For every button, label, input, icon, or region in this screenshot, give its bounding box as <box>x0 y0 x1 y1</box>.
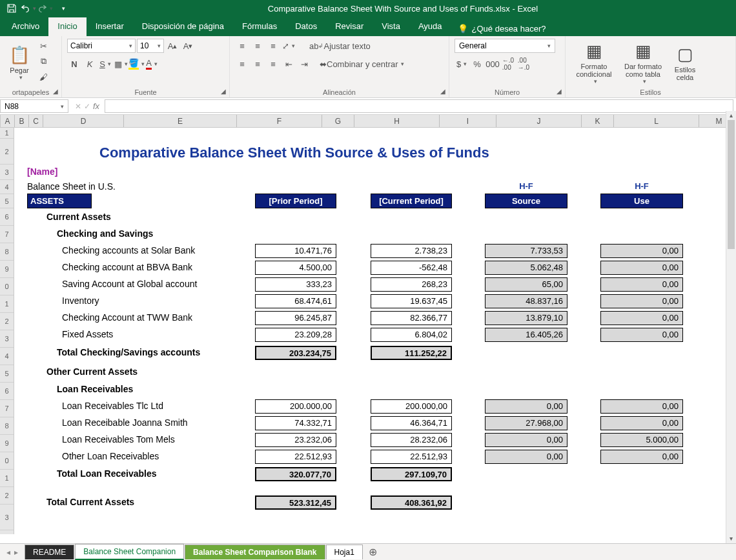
cell-curr[interactable]: -562,48 <box>371 261 452 275</box>
align-launcher-icon[interactable]: ◢ <box>439 88 447 95</box>
cell-prior[interactable]: 23.232,06 <box>255 433 336 447</box>
qat-customize-icon[interactable]: ▾ <box>54 1 70 15</box>
cell-prior[interactable]: 200.000,00 <box>255 399 336 414</box>
tab-vista[interactable]: Vista <box>373 17 409 36</box>
sheet-tab-readme[interactable]: README <box>25 545 74 559</box>
cell-prior[interactable]: 23.209,28 <box>255 328 336 342</box>
row-header[interactable]: 9 <box>0 435 14 452</box>
row-header[interactable]: 6 <box>0 208 14 226</box>
col-header-B[interactable]: B <box>15 115 29 127</box>
cell-source[interactable]: 7.733,53 <box>485 244 567 258</box>
row-header[interactable]: 4 <box>0 180 14 194</box>
cell-curr[interactable]: 46.364,71 <box>371 416 452 430</box>
row-header[interactable]: 1 <box>0 128 14 139</box>
cell-prior[interactable]: 74.332,71 <box>255 416 336 430</box>
save-icon[interactable] <box>4 1 19 15</box>
cell-curr[interactable]: 28.232,06 <box>371 433 452 447</box>
cell-use[interactable]: 0,00 <box>600 311 683 325</box>
align-top-icon[interactable]: ≡ <box>235 39 249 53</box>
cell-use[interactable]: 0,00 <box>600 277 683 292</box>
col-header-K[interactable]: K <box>582 115 614 127</box>
row-header[interactable]: 5 <box>0 365 14 383</box>
format-painter-icon[interactable]: 🖌 <box>36 70 50 84</box>
format-table-button[interactable]: ▦Dar formato como tabla▾ <box>620 39 666 86</box>
vertical-scrollbar[interactable]: ▴ ▾ <box>726 111 736 543</box>
font-color-icon[interactable]: A▾ <box>145 57 159 71</box>
fx-icon[interactable]: fx <box>93 101 99 111</box>
col-header-G[interactable]: G <box>322 115 354 127</box>
decrease-indent-icon[interactable]: ⇤ <box>281 57 296 71</box>
row-header[interactable]: 5 <box>0 194 14 208</box>
fill-color-icon[interactable]: 🪣▾ <box>129 57 143 71</box>
align-right-icon[interactable]: ≡ <box>266 57 280 71</box>
align-left-icon[interactable]: ≡ <box>235 57 249 71</box>
undo-icon[interactable]: ▾ <box>21 1 36 15</box>
col-header-E[interactable]: E <box>124 115 237 127</box>
font-name-select[interactable]: Calibri▾ <box>67 39 136 53</box>
cell-curr[interactable]: 6.804,02 <box>371 328 452 342</box>
row-header[interactable]: 3 <box>0 505 14 530</box>
italic-button[interactable]: K <box>83 57 97 71</box>
cell-styles-button[interactable]: ▢Estilos celda <box>669 39 701 86</box>
paste-button[interactable]: 📋 Pegar ▾ <box>5 39 34 86</box>
cell-source[interactable]: 65,00 <box>485 277 567 292</box>
tab-insertar[interactable]: Insertar <box>87 17 133 36</box>
border-icon[interactable]: ▦▾ <box>114 57 128 71</box>
tab-first-icon[interactable]: ◂ <box>5 548 12 557</box>
row-header[interactable]: 8 <box>0 417 14 435</box>
wrap-text-button[interactable]: ab↲ Ajustar texto <box>306 39 374 53</box>
scroll-up-icon[interactable]: ▴ <box>726 111 736 120</box>
decrease-font-icon[interactable]: A▾ <box>181 39 195 53</box>
cell-use[interactable]: 0,00 <box>600 261 683 275</box>
cell-source[interactable]: 0,00 <box>485 399 567 414</box>
number-format-select[interactable]: General▾ <box>455 39 555 53</box>
cell-curr[interactable]: 268,23 <box>371 277 452 292</box>
cell-source[interactable]: 13.879,10 <box>485 311 567 325</box>
increase-decimal-icon[interactable]: ←.0.00 <box>501 57 515 71</box>
cell-use[interactable]: 0,00 <box>600 416 683 430</box>
comma-icon[interactable]: 000 <box>486 57 500 71</box>
font-size-select[interactable]: 10▾ <box>137 39 164 53</box>
clipboard-launcher-icon[interactable]: ◢ <box>52 88 59 95</box>
row-header[interactable]: 1 <box>0 295 14 313</box>
cut-icon[interactable]: ✂ <box>36 39 50 53</box>
orientation-icon[interactable]: ⤢▾ <box>281 39 296 53</box>
col-header-D[interactable]: D <box>43 115 124 127</box>
tab-revisar[interactable]: Revisar <box>326 17 373 36</box>
row-header[interactable]: 3 <box>0 165 14 180</box>
cell-source[interactable]: 27.968,00 <box>485 416 567 430</box>
decrease-decimal-icon[interactable]: .00→.0 <box>516 57 531 71</box>
cell-source[interactable]: 5.062,48 <box>485 261 567 275</box>
scroll-down-icon[interactable]: ▾ <box>726 534 736 543</box>
row-header[interactable]: 7 <box>0 226 14 243</box>
add-sheet-icon[interactable]: ⊕ <box>363 546 382 558</box>
currency-icon[interactable]: $▾ <box>455 57 469 71</box>
increase-indent-icon[interactable]: ⇥ <box>297 57 311 71</box>
row-header[interactable]: 4 <box>0 348 14 365</box>
cell-prior[interactable]: 68.474,61 <box>255 294 336 308</box>
cell-prior[interactable]: 333,23 <box>255 277 336 292</box>
col-header-C[interactable]: C <box>29 115 43 127</box>
row-header[interactable]: 3 <box>0 330 14 348</box>
cell-curr[interactable]: 19.637,45 <box>371 294 452 308</box>
cell-curr[interactable]: 200.000,00 <box>371 399 452 414</box>
cell-use[interactable]: 0,00 <box>600 450 683 464</box>
cancel-formula-icon[interactable]: ✕ <box>75 102 81 111</box>
align-center-icon[interactable]: ≡ <box>250 57 265 71</box>
cell-prior[interactable]: 96.245,87 <box>255 311 336 325</box>
col-header-J[interactable]: J <box>496 115 582 127</box>
sheet-tab-hoja1[interactable]: Hoja1 <box>326 545 363 559</box>
cell-curr[interactable]: 22.512,93 <box>371 450 452 464</box>
sheet-tab-companion[interactable]: Balance Sheet Companion <box>75 544 184 560</box>
copy-icon[interactable]: ⧉ <box>36 54 50 68</box>
align-middle-icon[interactable]: ≡ <box>250 39 265 53</box>
col-header-I[interactable]: I <box>440 115 496 127</box>
scroll-thumb[interactable] <box>728 120 735 249</box>
enter-formula-icon[interactable]: ✓ <box>84 102 90 111</box>
cell-prior[interactable]: 4.500,00 <box>255 261 336 275</box>
cell-prior[interactable]: 22.512,93 <box>255 450 336 464</box>
tab-prev-icon[interactable]: ▸ <box>13 548 19 557</box>
merge-center-button[interactable]: ⬌ Combinar y centrar ▾ <box>316 57 407 71</box>
cell-source[interactable]: 0,00 <box>485 433 567 447</box>
row-header[interactable]: 2 <box>0 313 14 330</box>
